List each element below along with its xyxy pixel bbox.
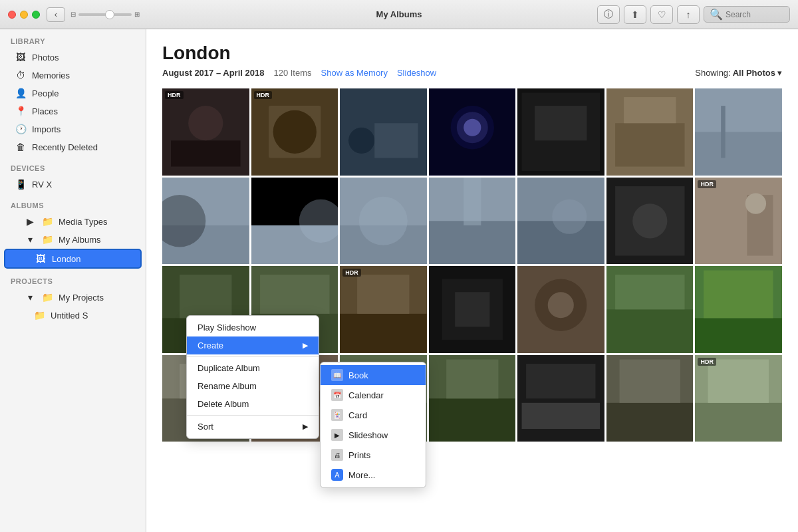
photo-cell[interactable]: HDR [162,88,249,176]
sidebar-item-london[interactable]: 🖼 London [4,249,142,269]
svg-rect-77 [522,403,600,429]
search-input[interactable] [726,10,784,19]
chevron-down-icon: ▾ [24,292,36,303]
hdr-badge: HDR [698,180,716,188]
london-album-icon: 🖼 [35,253,47,264]
photo-cell[interactable]: HDR [695,355,782,442]
submenu-calendar[interactable]: 📅 Calendar [321,385,426,405]
showing-control[interactable]: Showing: All Photos ▾ [695,68,782,78]
photo-cell[interactable] [517,266,604,353]
ctx-create[interactable]: Create ▶ 📖 Book 📅 Calendar 🃏 Card [187,336,319,354]
ctx-play-slideshow[interactable]: Play Slideshow [187,319,319,336]
sidebar-item-imports[interactable]: 🕐 Imports [4,120,142,138]
sidebar-item-my-projects[interactable]: ▾ 📁 My Projects [4,289,142,306]
photo-cell[interactable] [606,355,694,442]
photo-cell[interactable] [429,178,516,265]
svg-rect-1 [171,140,240,166]
title-bar: ‹ ⊟ ⊞ My Albums ⓘ ⬆ ♡ ↑ 🔍 [0,0,798,29]
info-button[interactable]: ⓘ [597,5,620,24]
submenu-label: Prints [348,450,370,460]
ctx-separator [187,356,319,357]
photo-cell[interactable] [340,88,427,176]
photo-cell[interactable] [340,178,427,265]
media-types-icon: 📁 [41,216,53,227]
submenu-prints[interactable]: 🖨 Prints [321,445,426,465]
toolbar-right: ⓘ ⬆ ♡ ↑ 🔍 [597,5,790,24]
album-title: London [162,43,782,64]
photo-cell[interactable]: HDR [340,266,427,353]
svg-rect-17 [615,123,684,166]
svg-point-36 [553,199,587,233]
photo-cell[interactable] [606,88,694,176]
photo-cell[interactable] [517,355,604,442]
sidebar-item-label: Imports [32,124,61,134]
photo-cell[interactable]: HDR [251,88,338,176]
sidebar-item-people[interactable]: 👤 People [4,84,142,102]
sidebar-item-label: Photos [32,53,59,63]
show-as-memory-link[interactable]: Show as Memory [321,68,388,78]
submenu-slideshow[interactable]: ▶ Slideshow [321,425,426,445]
slideshow-link[interactable]: Slideshow [397,68,436,78]
svg-point-39 [632,203,667,238]
svg-rect-21 [722,106,726,158]
chevron-right-icon: ▶ [24,216,36,227]
ctx-submenu-arrow: ▶ [303,341,308,350]
photo-cell[interactable] [429,355,516,442]
close-button[interactable] [8,11,16,19]
hdr-badge: HDR [165,91,184,99]
photo-cell[interactable] [251,178,338,265]
zoom-thumb[interactable] [105,10,114,19]
hdr-badge: HDR [254,91,273,99]
photo-cell[interactable] [695,266,782,353]
ctx-rename-album[interactable]: Rename Album [187,377,319,395]
ctx-sort-label: Sort [198,422,213,432]
photo-cell[interactable] [429,266,516,353]
sidebar-item-rv-x[interactable]: 📱 RV X [4,176,142,193]
photo-cell[interactable] [162,178,249,265]
back-button[interactable]: ‹ [47,7,65,22]
sidebar-item-untitled[interactable]: 📁 Untitled S [4,307,142,324]
maximize-button[interactable] [32,11,40,19]
share-button[interactable]: ⬆ [624,5,646,24]
sidebar-item-media-types[interactable]: ▶ 📁 Media Types [4,213,142,230]
photo-cell[interactable]: HDR [695,178,782,265]
export-button[interactable]: ↑ [677,5,700,24]
svg-rect-33 [464,178,481,225]
ctx-sort[interactable]: Sort ▶ [187,418,319,436]
photo-cell[interactable] [606,178,694,265]
svg-rect-8 [374,123,418,158]
sidebar-item-my-albums[interactable]: ▾ 📁 My Albums [4,231,142,248]
card-icon: 🃏 [331,409,343,421]
photo-cell[interactable] [517,178,604,265]
prints-icon: 🖨 [331,449,343,461]
search-box[interactable]: 🔍 [704,6,790,23]
minimize-button[interactable] [20,11,28,19]
photo-cell[interactable] [695,88,782,176]
svg-rect-54 [455,292,489,327]
submenu-label: Calendar [348,390,384,400]
submenu-more[interactable]: A More... [321,465,426,485]
svg-point-57 [548,292,574,318]
svg-rect-74 [429,398,516,442]
sidebar-item-places[interactable]: 📍 Places [4,102,142,120]
zoom-slider[interactable]: ⊟ ⊞ [70,11,140,18]
zoom-track[interactable] [78,13,132,16]
svg-point-7 [348,128,374,154]
sidebar-item-label: London [52,254,80,264]
ctx-delete-album[interactable]: Delete Album [187,395,319,413]
ctx-create-label: Create [198,340,223,350]
albums-section-title: Albums [0,194,146,212]
sidebar-item-memories[interactable]: ⏱ Memories [4,66,142,84]
submenu-label: Slideshow [348,430,388,440]
favorite-button[interactable]: ♡ [650,5,673,24]
photo-cell[interactable] [606,266,694,353]
sidebar-item-recently-deleted[interactable]: 🗑 Recently Deleted [4,138,142,156]
submenu-card[interactable]: 🃏 Card [321,405,426,425]
ctx-duplicate-album[interactable]: Duplicate Album [187,359,319,377]
photo-cell[interactable] [429,88,516,176]
photo-cell[interactable] [517,88,604,176]
submenu-book[interactable]: 📖 Book [321,365,426,385]
svg-rect-60 [615,275,684,309]
submenu-label: More... [348,470,375,480]
sidebar-item-photos[interactable]: 🖼 Photos [4,49,142,66]
